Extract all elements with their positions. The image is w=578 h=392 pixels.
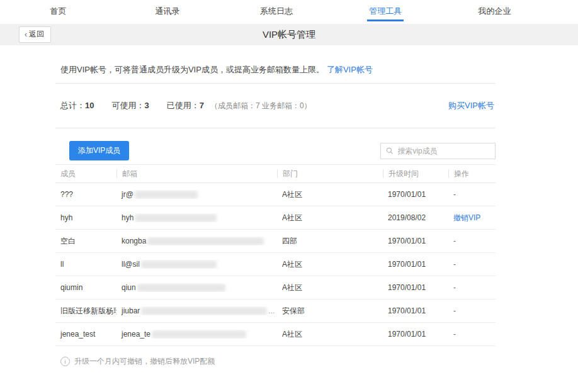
row-email: qiun [116, 283, 277, 292]
row-member: 空白 [55, 236, 116, 247]
learn-vip-link[interactable]: 了解VIP帐号 [327, 65, 373, 74]
email-redacted-blur [141, 307, 267, 315]
table-body: ??? jr@ A社区 1970/01/01 - hyh hyh A社区 201… [55, 183, 496, 346]
stats-strip: 总计：10 可使用：3 已使用：7 （成员邮箱：7 业务邮箱：0） 购买VIP帐… [55, 83, 496, 128]
back-button-label: 返回 [29, 29, 44, 40]
row-member: hyh [55, 213, 116, 222]
email-visible-text: jr@ [122, 190, 133, 199]
row-action: - [448, 237, 496, 245]
email-visible-text: hyh [122, 213, 133, 222]
vip-member-table: 成员 邮箱 部门 升级时间 操作 ??? jr@ A社区 1970/01/01 … [55, 164, 496, 346]
stat-total-value: 10 [85, 101, 94, 110]
add-vip-member-button[interactable]: 添加VIP成员 [69, 141, 129, 160]
tab-system-log[interactable]: 系统日志 [222, 0, 331, 24]
stat-total: 总计：10 [60, 100, 94, 111]
footer-note-text: 升级一个月内可撤销，撤销后释放VIP配额 [74, 356, 215, 367]
table-row: ll ll@sil A社区 1970/01/01 - [55, 253, 496, 276]
intro-description: 使用VIP帐号，可将普通成员升级为VIP成员，或提高业务邮箱数量上限。 [60, 65, 324, 74]
stat-available-label: 可使用： [111, 101, 144, 110]
row-action: - [448, 260, 496, 269]
row-date: 1970/01/01 [383, 190, 448, 199]
table-row: 旧版迁移新版杨珍 jiubar ... 安保部 1970/01/01 - [55, 300, 496, 323]
row-date: 1970/01/01 [383, 283, 448, 292]
row-member: ll [55, 260, 116, 269]
table-row: jenea_test jenea_te A社区 1970/01/01 - [55, 323, 496, 346]
row-dept: 四部 [277, 236, 383, 247]
row-member: qiumin [55, 283, 116, 292]
main-content: 使用VIP帐号，可将普通成员升级为VIP成员，或提高业务邮箱数量上限。了解VIP… [55, 64, 496, 367]
tab-home[interactable]: 首页 [4, 0, 113, 24]
row-action: - [448, 306, 496, 315]
table-row: ??? jr@ A社区 1970/01/01 - [55, 183, 496, 206]
table-header: 成员 邮箱 部门 升级时间 操作 [55, 164, 496, 183]
action-none: - [453, 283, 456, 292]
col-header-member: 成员 [55, 169, 116, 178]
chevron-left-icon: ‹ [25, 31, 27, 38]
row-date: 1970/01/01 [383, 260, 448, 269]
stat-available: 可使用：3 [111, 100, 149, 111]
page-title: VIP帐号管理 [263, 29, 315, 41]
tab-my-enterprise[interactable]: 我的企业 [440, 0, 549, 24]
row-email: jiubar ... [116, 306, 277, 315]
email-suffix: ... [268, 306, 275, 315]
col-header-email: 邮箱 [116, 169, 277, 178]
email-visible-text: kongba [122, 237, 146, 245]
action-none: - [453, 306, 456, 315]
email-visible-text: qiun [122, 283, 136, 292]
revoke-vip-link[interactable]: 撤销VIP [453, 213, 480, 223]
row-email: hyh [116, 213, 277, 222]
row-email: ll@sil [116, 260, 277, 269]
email-redacted-blur [135, 191, 198, 199]
table-row: qiumin qiun A社区 1970/01/01 - [55, 276, 496, 300]
row-action: - [448, 190, 496, 199]
stat-used: 已使用：7 [167, 100, 204, 111]
back-button[interactable]: ‹ 返回 [19, 26, 51, 43]
row-action: - [448, 330, 496, 339]
row-dept: A社区 [277, 213, 383, 223]
tab-admin-tools[interactable]: 管理工具 [331, 0, 440, 24]
email-redacted-blur [141, 260, 217, 269]
row-dept: 安保部 [277, 306, 383, 316]
email-redacted-blur [135, 214, 217, 222]
row-date: 1970/01/01 [383, 237, 448, 245]
col-header-date: 升级时间 [383, 169, 448, 178]
table-row: 空白 kongba 四部 1970/01/01 - [55, 230, 496, 253]
toolbar: 添加VIP成员 [55, 141, 496, 160]
email-visible-text: ll@sil [122, 260, 140, 269]
search-box[interactable] [380, 143, 496, 159]
row-member: ??? [55, 190, 116, 199]
row-dept: A社区 [277, 329, 383, 340]
col-header-action: 操作 [448, 169, 496, 178]
action-none: - [453, 260, 456, 269]
row-date: 1970/01/01 [383, 330, 448, 339]
stat-used-label: 已使用： [167, 101, 200, 110]
search-input[interactable] [396, 146, 490, 156]
tab-contacts[interactable]: 通讯录 [113, 0, 222, 24]
action-none: - [453, 190, 456, 199]
intro-text: 使用VIP帐号，可将普通成员升级为VIP成员，或提高业务邮箱数量上限。了解VIP… [55, 64, 496, 76]
buy-vip-link[interactable]: 购买VIP帐号 [448, 100, 494, 111]
row-dept: A社区 [277, 283, 383, 293]
stat-available-value: 3 [144, 101, 149, 110]
top-nav: 首页 通讯录 系统日志 管理工具 我的企业 [4, 0, 549, 24]
row-date: 1970/01/01 [383, 306, 448, 315]
email-redacted-blur [152, 330, 246, 339]
row-email: jr@ [116, 190, 277, 199]
action-none: - [453, 237, 456, 245]
info-icon: i [60, 357, 70, 366]
email-visible-text: jiubar [122, 306, 140, 315]
search-icon [386, 147, 393, 155]
stat-used-value: 7 [200, 101, 204, 110]
title-band: ‹ 返回 VIP帐号管理 [0, 24, 578, 45]
row-dept: A社区 [277, 189, 383, 200]
footer-note: i 升级一个月内可撤销，撤销后释放VIP配额 [55, 356, 496, 367]
row-member: jenea_test [55, 330, 116, 339]
row-date: 2019/08/02 [383, 213, 448, 222]
row-action: 撤销VIP [448, 213, 496, 223]
stat-total-label: 总计： [60, 101, 85, 110]
row-member: 旧版迁移新版杨珍 [55, 306, 116, 316]
col-header-dept: 部门 [277, 169, 383, 178]
table-row: hyh hyh A社区 2019/08/02 撤销VIP [55, 206, 496, 230]
row-email: jenea_te [116, 330, 277, 339]
row-email: kongba [116, 237, 277, 245]
